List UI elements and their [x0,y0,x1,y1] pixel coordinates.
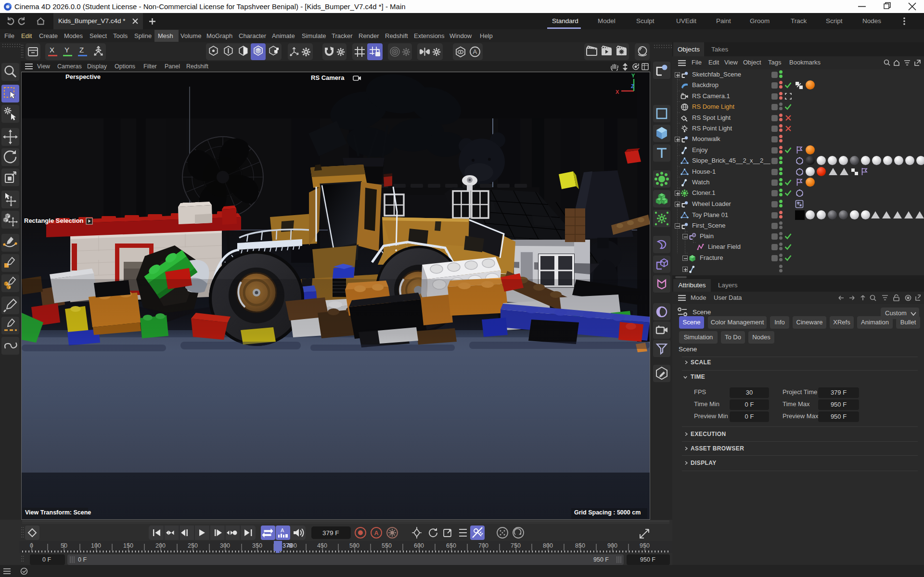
svg-text:Y: Y [64,46,69,54]
svg-text:950 F: 950 F [593,556,609,563]
svg-text:379 F: 379 F [322,529,339,537]
svg-text:379: 379 [282,542,293,549]
svg-text:A: A [374,530,379,537]
svg-text:A: A [281,527,284,533]
svg-text:Z: Z [79,46,84,54]
svg-text:X: X [616,89,619,95]
svg-text:Y: Y [631,73,635,78]
svg-text:0 F: 0 F [42,556,51,563]
svg-text:0 F: 0 F [78,556,87,563]
svg-text:Z: Z [631,83,634,89]
svg-text:X: X [50,46,54,54]
svg-text:950 F: 950 F [640,556,655,563]
svg-text:A: A [473,48,477,55]
